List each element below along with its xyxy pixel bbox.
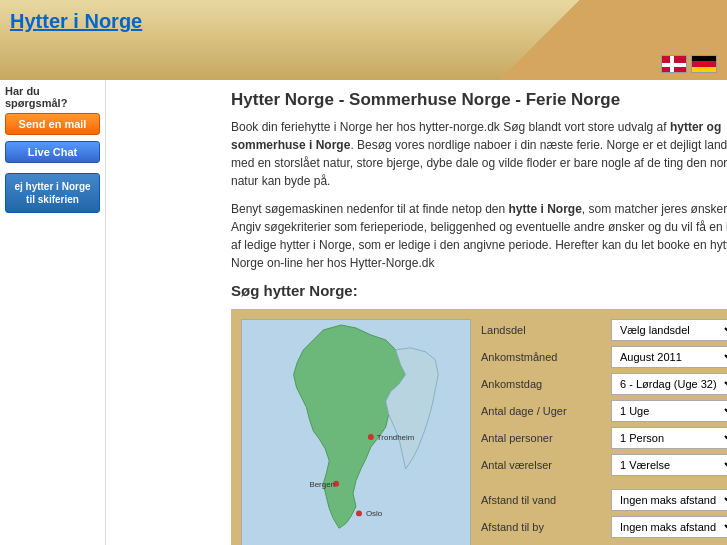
search-area: Oslo Bergen Trondheim Landsdel Vælg land… bbox=[231, 309, 727, 545]
site-title: Hytter i Norge bbox=[10, 10, 142, 32]
ankomstdag-label: Ankomstdag bbox=[481, 378, 611, 390]
ski-banner-line1: ej hytter i Norge bbox=[14, 181, 90, 192]
bergen-label: Bergen bbox=[309, 480, 335, 489]
live-chat-button[interactable]: Live Chat bbox=[5, 141, 100, 163]
afstand-vand-select[interactable]: Ingen maks afstand bbox=[611, 489, 727, 511]
antal-vaerelser-select[interactable]: 1 Værelse bbox=[611, 454, 727, 476]
antal-personer-select[interactable]: 1 Person bbox=[611, 427, 727, 449]
afstand-by-label: Afstand til by bbox=[481, 521, 611, 533]
antal-personer-label: Antal personer bbox=[481, 432, 611, 444]
landsdel-row: Landsdel Vælg landsdel bbox=[481, 319, 727, 341]
hytte-bold: hytte i Norge bbox=[509, 202, 582, 216]
ankomstmaaned-label: Ankomstmåned bbox=[481, 351, 611, 363]
antal-personer-row: Antal personer 1 Person bbox=[481, 427, 727, 449]
antal-dage-label: Antal dage / Uger bbox=[481, 405, 611, 417]
ankomstmaaned-select[interactable]: August 2011 bbox=[611, 346, 727, 368]
norway-map-svg: Oslo Bergen Trondheim bbox=[242, 320, 470, 545]
afstand-vand-label: Afstand til vand bbox=[481, 494, 611, 506]
intro-paragraph-2: Benyt søgemaskinen nedenfor til at finde… bbox=[231, 200, 727, 272]
antal-dage-select[interactable]: 1 Uge bbox=[611, 400, 727, 422]
intro-paragraph-1: Book din feriehytte i Norge her hos hytt… bbox=[231, 118, 727, 190]
site-title-link[interactable]: Hytter i Norge bbox=[10, 10, 142, 33]
ankomstdag-select[interactable]: 6 - Lørdag (Uge 32) bbox=[611, 373, 727, 395]
intro-bold: hytter og sommerhuse i Norge bbox=[231, 120, 721, 152]
send-mail-button[interactable]: Send en mail bbox=[5, 113, 100, 135]
antal-dage-row: Antal dage / Uger 1 Uge bbox=[481, 400, 727, 422]
norway-map: Oslo Bergen Trondheim bbox=[241, 319, 471, 545]
afstand-by-row: Afstand til by Ingen maks afstand bbox=[481, 516, 727, 538]
main-content: Hytter Norge - Sommerhuse Norge - Ferie … bbox=[216, 80, 727, 545]
flag-icons-container bbox=[661, 55, 717, 73]
svg-point-3 bbox=[356, 510, 362, 516]
ski-banner-button[interactable]: ej hytter i Norge til skiferien bbox=[5, 173, 100, 213]
afstand-by-select[interactable]: Ingen maks afstand bbox=[611, 516, 727, 538]
ski-banner-line2: til skiferien bbox=[26, 194, 79, 205]
afstand-vand-row: Afstand til vand Ingen maks afstand bbox=[481, 489, 727, 511]
antal-vaerelser-row: Antal værelser 1 Værelse bbox=[481, 454, 727, 476]
ankomstdag-row: Ankomstdag 6 - Lørdag (Uge 32) bbox=[481, 373, 727, 395]
antal-vaerelser-label: Antal værelser bbox=[481, 459, 611, 471]
sidebar: Har du spørgsmål? Send en mail Live Chat… bbox=[0, 80, 106, 545]
sidebar-question: Har du spørgsmål? bbox=[5, 85, 100, 109]
search-section-title: Søg hytter Norge: bbox=[231, 282, 727, 299]
ankomstmaaned-row: Ankomstmåned August 2011 bbox=[481, 346, 727, 368]
header: Hytter i Norge bbox=[0, 0, 727, 80]
trondheim-label: Trondheim bbox=[377, 433, 415, 442]
landsdel-label: Landsdel bbox=[481, 324, 611, 336]
page-title: Hytter Norge - Sommerhuse Norge - Ferie … bbox=[231, 90, 727, 110]
landsdel-select[interactable]: Vælg landsdel bbox=[611, 319, 727, 341]
search-form: Landsdel Vælg landsdel Ankomstmåned Augu… bbox=[481, 319, 727, 545]
german-flag-icon[interactable] bbox=[691, 55, 717, 73]
oslo-label: Oslo bbox=[366, 509, 383, 518]
svg-point-5 bbox=[368, 434, 374, 440]
danish-flag-icon[interactable] bbox=[661, 55, 687, 73]
